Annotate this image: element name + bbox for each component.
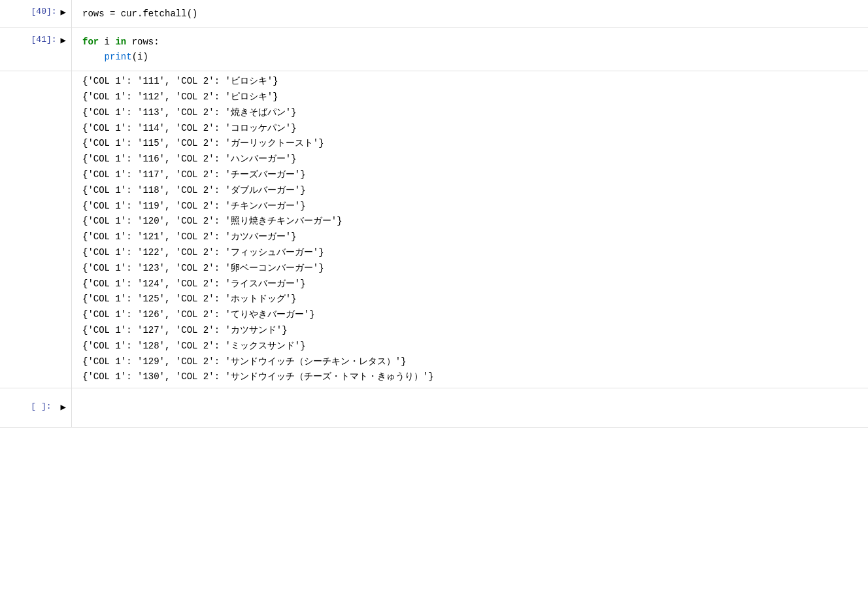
output-line-16: {'COL 1': '128', 'COL 2': 'ミックスサンド'} <box>82 339 858 354</box>
output-line-1: {'COL 1': '113', 'COL 2': '焼きそばパン'} <box>82 105 858 121</box>
output-content: {'COL 1': '111', 'COL 2': 'ビロシキ'} {'COL … <box>72 71 868 388</box>
output-line-3: {'COL 1': '115', 'COL 2': 'ガーリックトースト'} <box>82 136 858 152</box>
keyword-in: in <box>115 37 126 47</box>
output-line-truncated: {'COL 1': '111', 'COL 2': 'ビロシキ'} <box>82 74 858 90</box>
empty-cell-gutter: [ ]: ▶ <box>0 388 72 427</box>
cell-41-gutter: [41]: ▶ <box>0 28 72 71</box>
output-line-2: {'COL 1': '114', 'COL 2': 'コロッケパン'} <box>82 121 858 137</box>
output-gutter <box>0 71 72 388</box>
run-button-empty[interactable]: ▶ <box>61 395 66 413</box>
output-line-11: {'COL 1': '123', 'COL 2': '卵ベーコンバーガー'} <box>82 261 858 277</box>
output-line-0: {'COL 1': '112', 'COL 2': 'ピロシキ'} <box>82 90 858 105</box>
cell-41-content: for i in rows: print(i) <box>72 28 868 71</box>
output-line-5: {'COL 1': '117', 'COL 2': 'チーズバーガー'} <box>82 167 858 183</box>
output-line-10: {'COL 1': '122', 'COL 2': 'フィッシュバーガー'} <box>82 245 858 261</box>
output-line-12: {'COL 1': '124', 'COL 2': 'ライスバーガー'} <box>82 277 858 292</box>
cell-40: [40]: ▶ rows = cur.fetchall() <box>0 0 868 28</box>
code-line-41-0: for i in rows: <box>82 35 858 49</box>
run-button-40[interactable]: ▶ <box>61 7 66 18</box>
output-line-9: {'COL 1': '121', 'COL 2': 'カツバーガー'} <box>82 230 858 245</box>
empty-cell: [ ]: ▶ <box>0 388 868 428</box>
output-line-14: {'COL 1': '126', 'COL 2': 'てりやきバーガー'} <box>82 307 858 323</box>
output-line-8: {'COL 1': '120', 'COL 2': '照り焼きチキンバーガー'} <box>82 214 858 230</box>
output-cell-41: {'COL 1': '111', 'COL 2': 'ビロシキ'} {'COL … <box>0 71 868 388</box>
empty-cell-content[interactable] <box>72 388 868 427</box>
output-line-4: {'COL 1': '116', 'COL 2': 'ハンバーガー'} <box>82 152 858 167</box>
cell-40-content: rows = cur.fetchall() <box>72 0 868 27</box>
code-line-41-1: print(i) <box>82 50 858 64</box>
cell-41: [41]: ▶ for i in rows: print(i) <box>0 28 868 71</box>
output-line-13: {'COL 1': '125', 'COL 2': 'ホットドッグ'} <box>82 292 858 307</box>
run-button-41[interactable]: ▶ <box>61 35 66 46</box>
output-line-17: {'COL 1': '129', 'COL 2': 'サンドウイッチ（シーチキン… <box>82 354 858 370</box>
output-line-6: {'COL 1': '118', 'COL 2': 'ダブルバーガー'} <box>82 183 858 199</box>
cell-40-gutter: [40]: ▶ <box>0 0 72 27</box>
output-line-7: {'COL 1': '119', 'COL 2': 'チキンバーガー'} <box>82 199 858 214</box>
empty-cell-label: [ ]: <box>25 395 56 418</box>
cell-41-label: [41]: <box>31 35 57 44</box>
keyword-print: print <box>105 52 132 62</box>
keyword-for: for <box>82 37 99 47</box>
output-line-15: {'COL 1': '127', 'COL 2': 'カツサンド'} <box>82 323 858 339</box>
notebook: [40]: ▶ rows = cur.fetchall() [41]: ▶ fo… <box>0 0 868 612</box>
output-line-18: {'COL 1': '130', 'COL 2': 'サンドウイッチ（チーズ・ト… <box>82 369 858 385</box>
cell-40-label: [40]: <box>31 7 57 16</box>
code-line-40-0: rows = cur.fetchall() <box>82 7 858 21</box>
